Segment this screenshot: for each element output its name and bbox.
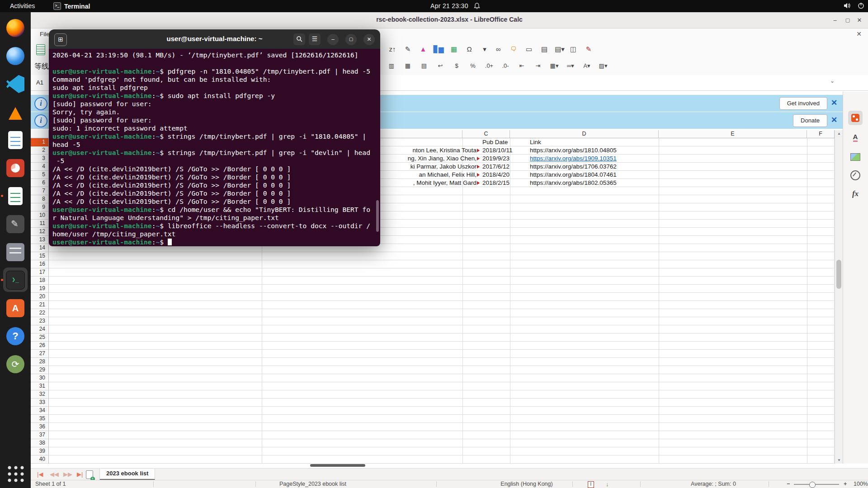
unmerge-cells-icon[interactable]: ▤ xyxy=(419,61,429,71)
zoom-slider-knob[interactable] xyxy=(809,482,816,488)
row-header-34[interactable]: 34 xyxy=(31,407,49,415)
search-icon[interactable] xyxy=(293,33,305,45)
cell-D1[interactable]: Link xyxy=(530,138,675,146)
previous-sheet-icon[interactable]: ◀◀ xyxy=(50,471,59,478)
row-header-21[interactable]: 21 xyxy=(31,301,49,309)
page-style[interactable]: PageStyle_2023 ebook list xyxy=(279,480,346,488)
row-header-38[interactable]: 38 xyxy=(31,439,49,447)
dock-item-vlc[interactable] xyxy=(0,98,31,126)
insert-chart-icon[interactable]: ▊▆ xyxy=(433,44,444,55)
menu-file[interactable]: File xyxy=(40,31,50,38)
dock-item-help[interactable]: ? xyxy=(0,322,31,350)
terminal-maximize-button[interactable]: ▢ xyxy=(345,34,357,45)
close-document-icon[interactable]: ✕ xyxy=(856,30,862,38)
border-color-dropdown-icon[interactable]: A▾ xyxy=(581,61,592,71)
add-sheet-icon[interactable] xyxy=(86,470,93,479)
cell-B4-fragment[interactable]: ki Parmar, Jakob Uszkor xyxy=(399,163,476,171)
row-header-5[interactable]: 5 xyxy=(31,171,49,179)
calc-close-button[interactable]: ✕ xyxy=(854,15,864,25)
row-header-30[interactable]: 30 xyxy=(31,374,49,382)
dock-item-updater[interactable]: ⟳ xyxy=(0,350,31,378)
zoom-in-icon[interactable]: + xyxy=(844,480,847,488)
row-header-24[interactable]: 24 xyxy=(31,325,49,333)
sheet-tab[interactable]: 2023 ebook list xyxy=(99,469,155,480)
dock-item-files[interactable] xyxy=(0,238,31,266)
calc-titlebar[interactable]: rsc-ebook-collection-2023.xlsx - LibreOf… xyxy=(31,12,868,28)
terminal-body[interactable]: 2026-04-21 23:19:50 (98.1 MB/s) - ‘/tmp/… xyxy=(49,49,380,246)
row-header-22[interactable]: 22 xyxy=(31,309,49,317)
row-header-39[interactable]: 39 xyxy=(31,447,49,455)
increase-indent-icon[interactable]: ⇥ xyxy=(533,61,543,71)
row-header-1[interactable]: 1 xyxy=(31,138,49,146)
column-header-C[interactable]: C xyxy=(462,130,510,138)
sidebar-styles-icon[interactable]: A xyxy=(848,130,863,145)
row-header-31[interactable]: 31 xyxy=(31,382,49,390)
row-header-17[interactable]: 17 xyxy=(31,268,49,277)
cell-C4[interactable]: 2017/6/12 xyxy=(482,163,527,171)
freeze-dropdown-icon[interactable]: ▤▾ xyxy=(554,44,565,55)
cell-D6[interactable]: https://arxiv.org/abs/1802.05365 xyxy=(530,179,675,187)
column-header-D[interactable]: D xyxy=(510,130,659,138)
merge-cells-icon[interactable]: ▦ xyxy=(402,61,413,71)
column-header-E[interactable]: E xyxy=(659,130,807,138)
wrap-text-icon[interactable]: ↩ xyxy=(435,61,446,71)
zoom-level[interactable]: 100% xyxy=(854,480,868,488)
border-style-dropdown-icon[interactable]: ═▾ xyxy=(565,61,576,71)
column-header-F[interactable]: F xyxy=(807,130,835,138)
row-header-12[interactable]: 12 xyxy=(31,228,49,236)
horizontal-scrollbar-thumb[interactable] xyxy=(310,464,365,467)
dock-item-calc[interactable] xyxy=(0,182,31,210)
cell-C6[interactable]: 2018/2/15 xyxy=(482,179,527,187)
format-percent-icon[interactable]: % xyxy=(467,61,478,71)
row-header-27[interactable]: 27 xyxy=(31,350,49,358)
split-window-icon[interactable]: ◫ xyxy=(568,44,579,55)
add-decimal-icon[interactable]: .0+ xyxy=(484,61,495,71)
terminal-minimize-button[interactable]: – xyxy=(327,34,339,45)
row-header-8[interactable]: 8 xyxy=(31,195,49,203)
row-header-4[interactable]: 4 xyxy=(31,163,49,171)
row-header-40[interactable]: 40 xyxy=(31,455,49,464)
clock[interactable]: Apr 21 23:30 xyxy=(430,2,468,10)
insert-hyperlink-icon[interactable]: ∞ xyxy=(493,44,504,55)
sidebar-gallery-icon[interactable] xyxy=(848,150,863,164)
insert-comment-icon[interactable]: 🗨 xyxy=(508,44,519,55)
row-header-18[interactable]: 18 xyxy=(31,277,49,285)
clone-formatting-icon[interactable]: ✎ xyxy=(402,44,413,55)
row-header-7[interactable]: 7 xyxy=(31,187,49,195)
show-draw-functions-icon[interactable]: ✎ xyxy=(583,44,594,55)
row-header-23[interactable]: 23 xyxy=(31,317,49,325)
cell-name-box[interactable]: A1 xyxy=(36,79,43,86)
row-header-16[interactable]: 16 xyxy=(31,260,49,268)
delete-decimal-icon[interactable]: .0- xyxy=(500,61,511,71)
expand-formula-bar-icon[interactable]: ⌄ xyxy=(830,78,835,84)
cell-B6-fragment[interactable]: , Mohit Iyyer, Matt Gard xyxy=(399,179,476,187)
decrease-indent-icon[interactable]: ⇤ xyxy=(516,61,527,71)
dock-item-impress[interactable] xyxy=(0,154,31,182)
pivot-table-icon[interactable]: ▦ xyxy=(448,44,459,55)
terminal-titlebar[interactable]: ⊞ user@user-virtual-machine: ~ ☰ – ▢ ✕ xyxy=(49,29,380,49)
row-header-36[interactable]: 36 xyxy=(31,423,49,431)
dock-item-writer[interactable] xyxy=(0,126,31,154)
last-sheet-icon[interactable]: ▶| xyxy=(77,471,83,478)
sidebar-properties-icon[interactable] xyxy=(848,111,863,125)
show-apps-button[interactable] xyxy=(0,460,31,488)
row-header-32[interactable]: 32 xyxy=(31,390,49,399)
merge-center-icon[interactable]: ▥ xyxy=(386,61,397,71)
new-document-icon[interactable] xyxy=(36,44,45,55)
vertical-scrollbar[interactable]: ▲ ▼ xyxy=(835,130,843,464)
cell-D2[interactable]: https://arxiv.org/abs/1810.04805 xyxy=(530,146,675,155)
row-header-13[interactable]: 13 xyxy=(31,236,49,244)
donate-button[interactable]: Donate xyxy=(793,114,827,127)
row-header-26[interactable]: 26 xyxy=(31,342,49,350)
cell-C2[interactable]: 2018/10/11 xyxy=(482,146,527,155)
row-header-11[interactable]: 11 xyxy=(31,220,49,228)
sidebar-functions-icon[interactable]: fx xyxy=(848,187,863,202)
activities-button[interactable]: Activities xyxy=(7,2,38,10)
dock-item-firefox[interactable] xyxy=(0,14,31,42)
row-header-20[interactable]: 20 xyxy=(31,293,49,301)
menu-icon[interactable]: ☰ xyxy=(309,33,321,45)
scroll-down-icon[interactable]: ▼ xyxy=(835,458,843,462)
special-character-dropdown-icon[interactable]: ▾ xyxy=(479,44,490,55)
first-sheet-icon[interactable]: |◀ xyxy=(37,471,43,478)
freeze-rows-columns-icon[interactable]: ▤ xyxy=(539,44,550,55)
